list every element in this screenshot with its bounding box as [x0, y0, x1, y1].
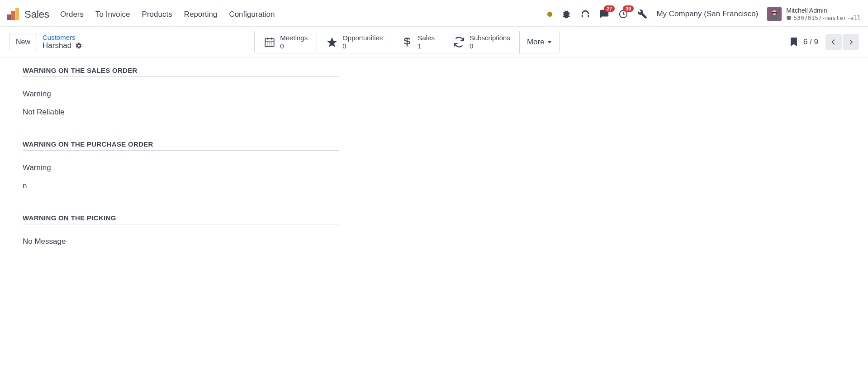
control-right: 6 / 9	[791, 34, 859, 50]
stat-value: 1	[417, 42, 435, 50]
navbar-left: Sales Orders To Invoice Products Reporti…	[7, 8, 275, 21]
navbar: Sales Orders To Invoice Products Reporti…	[0, 2, 868, 27]
nav-products[interactable]: Products	[142, 10, 172, 19]
control-bar: New Customers Harshad Meetings 0	[0, 27, 868, 57]
stat-subscriptions[interactable]: Subscriptions 0	[444, 31, 520, 53]
star-icon	[326, 36, 338, 48]
user-info: Mitchell Admin 53070157-master-all	[786, 7, 861, 21]
field-label: Warning	[23, 90, 339, 99]
section-sales-warning: WARNING ON THE SALES ORDER Warning Not R…	[23, 67, 339, 117]
user-name: Mitchell Admin	[786, 7, 861, 14]
nav-to-invoice[interactable]: To Invoice	[95, 10, 130, 19]
user-menu[interactable]: Mitchell Admin 53070157-master-all	[767, 7, 861, 21]
activities-icon[interactable]: 39	[618, 9, 628, 19]
sales-app-icon	[7, 8, 20, 21]
pager-buttons	[825, 34, 859, 50]
form-content: WARNING ON THE SALES ORDER Warning Not R…	[0, 57, 362, 279]
section-title: WARNING ON THE PICKING	[23, 214, 339, 224]
breadcrumb-root[interactable]: Customers	[43, 33, 82, 41]
nav-configuration[interactable]: Configuration	[229, 10, 275, 19]
messages-badge: 27	[604, 5, 615, 12]
status-indicator-icon[interactable]	[547, 12, 552, 17]
stat-sales[interactable]: Sales 1	[392, 31, 444, 53]
field-value: Not Reliable	[23, 108, 339, 117]
navbar-right: 27 39 My Company (San Francisco) Mitchel…	[547, 7, 861, 21]
field-label: No Message	[23, 237, 339, 246]
more-button[interactable]: More	[520, 31, 559, 53]
nav-reporting[interactable]: Reporting	[184, 10, 218, 19]
dollar-icon	[401, 36, 413, 48]
field-label: Warning	[23, 163, 339, 172]
gear-icon[interactable]	[75, 42, 82, 49]
messages-icon[interactable]: 27	[599, 9, 609, 19]
bookmark-icon[interactable]	[791, 38, 797, 47]
db-name: 53070157-master-all	[786, 14, 861, 22]
section-picking-warning: WARNING ON THE PICKING No Message	[23, 214, 339, 246]
stat-opportunities[interactable]: Opportunities 0	[317, 31, 392, 53]
stat-label: Opportunities	[342, 34, 383, 42]
new-button[interactable]: New	[9, 34, 37, 50]
stat-value: 0	[280, 42, 308, 50]
section-title: WARNING ON THE PURCHASE ORDER	[23, 140, 339, 151]
nav-orders[interactable]: Orders	[60, 10, 84, 19]
bug-icon[interactable]	[561, 9, 571, 19]
caret-down-icon	[547, 41, 552, 43]
pager-prev-button[interactable]	[825, 34, 842, 50]
refresh-icon	[453, 36, 465, 48]
field-value: n	[23, 181, 339, 190]
avatar-icon	[767, 7, 782, 21]
svg-rect-3	[772, 16, 778, 19]
app-switcher[interactable]: Sales	[7, 8, 49, 21]
company-switcher[interactable]: My Company (San Francisco)	[656, 10, 758, 19]
support-phone-icon[interactable]	[580, 9, 590, 19]
activities-badge: 39	[623, 5, 634, 12]
breadcrumb-current: Harshad	[43, 41, 82, 50]
nav-links: Orders To Invoice Products Reporting Con…	[60, 10, 275, 19]
main-scroll[interactable]: WARNING ON THE SALES ORDER Warning Not R…	[0, 57, 868, 366]
stat-buttons: Meetings 0 Opportunities 0 Sales 1	[254, 31, 559, 53]
calendar-icon	[264, 36, 275, 48]
stat-meetings[interactable]: Meetings 0	[255, 31, 317, 53]
stat-label: Subscriptions	[470, 34, 510, 42]
section-purchase-warning: WARNING ON THE PURCHASE ORDER Warning n	[23, 140, 339, 190]
stat-label: Meetings	[280, 34, 308, 42]
stat-value: 0	[470, 42, 510, 50]
stat-label: Sales	[417, 34, 435, 42]
section-title: WARNING ON THE SALES ORDER	[23, 67, 339, 77]
app-name: Sales	[24, 9, 49, 20]
pager[interactable]: 6 / 9	[803, 38, 818, 47]
pager-next-button[interactable]	[843, 34, 859, 50]
breadcrumb: Customers Harshad	[43, 33, 82, 50]
control-left: New Customers Harshad	[9, 33, 82, 50]
tools-icon[interactable]	[637, 9, 647, 19]
stat-value: 0	[342, 42, 383, 50]
